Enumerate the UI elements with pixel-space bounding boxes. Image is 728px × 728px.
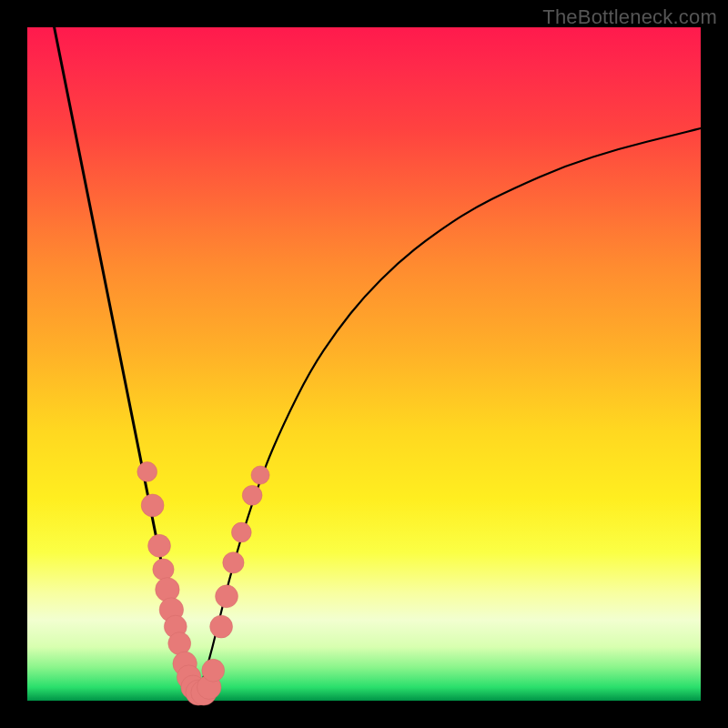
- watermark-label: TheBottleneck.com: [542, 5, 717, 29]
- chart-frame: TheBottleneck.com: [0, 0, 728, 728]
- data-marker: [156, 578, 179, 602]
- data-marker: [216, 585, 238, 608]
- data-marker: [141, 494, 164, 517]
- data-marker: [202, 659, 225, 682]
- curve-right-curve: [196, 128, 701, 701]
- data-marker: [251, 466, 269, 484]
- plot-area: [27, 27, 701, 701]
- data-marker: [210, 615, 233, 638]
- curve-layer: [55, 27, 701, 701]
- data-marker: [223, 552, 244, 573]
- chart-svg: [27, 27, 701, 701]
- data-marker: [153, 559, 174, 580]
- data-marker: [231, 522, 251, 542]
- data-marker: [242, 485, 262, 505]
- marker-layer: [137, 462, 269, 706]
- data-marker: [137, 462, 157, 482]
- data-marker: [168, 632, 191, 655]
- data-marker: [148, 534, 171, 557]
